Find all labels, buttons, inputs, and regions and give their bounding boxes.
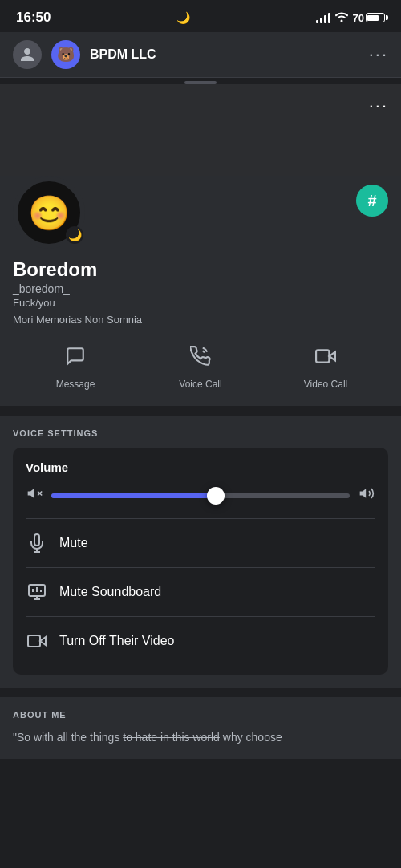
microphone-icon bbox=[26, 532, 48, 554]
svg-marker-2 bbox=[28, 489, 34, 498]
profile-note: Mori Memorias Non Somnia bbox=[13, 314, 388, 326]
svg-rect-15 bbox=[28, 635, 40, 647]
divider-2 bbox=[26, 567, 375, 568]
volume-slider-row bbox=[26, 485, 375, 505]
avatar-emoji: 😊 bbox=[28, 193, 70, 233]
action-buttons: Message Voice Call Video Call bbox=[13, 339, 388, 390]
mute-soundboard-label: Mute Soundboard bbox=[59, 585, 161, 599]
svg-rect-1 bbox=[316, 350, 329, 362]
mute-soundboard-item[interactable]: Mute Soundboard bbox=[26, 571, 375, 613]
video-call-icon bbox=[308, 339, 343, 374]
turn-off-video-item[interactable]: Turn Off Their Video bbox=[26, 620, 375, 662]
slider-thumb[interactable] bbox=[207, 487, 225, 505]
svg-marker-5 bbox=[360, 489, 367, 498]
battery-body-icon bbox=[366, 13, 385, 22]
avatar-wrapper: 😊 🌙 bbox=[13, 176, 85, 249]
svg-marker-0 bbox=[329, 352, 335, 361]
profile-status: Fuck/you bbox=[13, 297, 388, 309]
voice-call-label: Voice Call bbox=[179, 379, 221, 390]
turn-off-video-label: Turn Off Their Video bbox=[59, 634, 174, 648]
wifi-icon bbox=[335, 11, 348, 24]
nav-more-button[interactable]: ··· bbox=[369, 44, 388, 65]
status-bar: 16:50 🌙 70 bbox=[0, 0, 401, 32]
slider-fill bbox=[51, 493, 216, 498]
status-time: 16:50 bbox=[16, 10, 51, 26]
top-nav: 🐻 BPDM LLC ··· bbox=[0, 32, 401, 78]
hashtag-label: # bbox=[367, 192, 376, 210]
voice-settings-title: VOICE SETTINGS bbox=[13, 428, 388, 438]
about-text-strikethrough: to hate in this world bbox=[123, 731, 220, 744]
volume-slider[interactable] bbox=[51, 493, 350, 498]
signal-bars-icon bbox=[316, 12, 330, 23]
volume-label: Volume bbox=[26, 460, 375, 474]
mute-item[interactable]: Mute bbox=[26, 522, 375, 564]
profile-section: 😊 🌙 # Boredom _boredom_ Fuck/you Mori Me… bbox=[0, 176, 401, 406]
moon-icon: 🌙 bbox=[176, 11, 190, 24]
message-label: Message bbox=[56, 379, 95, 390]
message-button[interactable]: Message bbox=[13, 339, 138, 390]
divider-1 bbox=[26, 518, 375, 519]
profile-name: Boredom bbox=[13, 258, 388, 281]
svg-marker-14 bbox=[40, 637, 46, 645]
about-me-section: ABOUT ME "So with all the things to hate… bbox=[0, 697, 401, 759]
video-off-icon bbox=[26, 630, 48, 652]
volume-mute-icon bbox=[26, 485, 43, 505]
cover-more-button[interactable]: ··· bbox=[369, 95, 388, 116]
voice-call-icon bbox=[183, 339, 218, 374]
battery-indicator: 70 bbox=[353, 12, 385, 24]
profile-username: _boredom_ bbox=[13, 282, 388, 295]
about-me-text: "So with all the things to hate in this … bbox=[13, 729, 388, 746]
status-emoji: 🌙 bbox=[68, 229, 82, 241]
voice-card: Volume bbox=[13, 448, 388, 675]
voice-call-button[interactable]: Voice Call bbox=[138, 339, 263, 390]
video-call-button[interactable]: Video Call bbox=[263, 339, 388, 390]
about-text-before: "So with all the things bbox=[13, 731, 123, 744]
user-avatar-small bbox=[13, 40, 42, 69]
mute-label: Mute bbox=[59, 536, 88, 550]
divider-3 bbox=[26, 616, 375, 617]
volume-up-icon bbox=[358, 485, 375, 505]
message-icon bbox=[58, 339, 93, 374]
status-icons: 70 bbox=[316, 11, 385, 24]
status-badge: 🌙 bbox=[66, 226, 83, 244]
hashtag-badge: # bbox=[356, 185, 388, 217]
about-text-after: why choose bbox=[220, 731, 282, 744]
server-emoji: 🐻 bbox=[57, 46, 75, 63]
nav-title: BPDM LLC bbox=[90, 47, 359, 62]
about-me-title: ABOUT ME bbox=[13, 710, 388, 720]
video-call-label: Video Call bbox=[304, 379, 347, 390]
server-icon: 🐻 bbox=[51, 40, 80, 69]
soundboard-icon bbox=[26, 581, 48, 603]
battery-pct: 70 bbox=[353, 12, 364, 24]
voice-settings-section: VOICE SETTINGS Volume bbox=[0, 416, 401, 688]
